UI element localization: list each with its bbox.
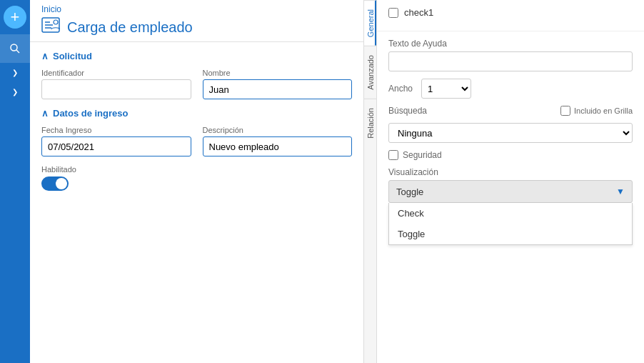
datos-label: Datos de ingreso [53, 108, 128, 119]
texto-ayuda-group: Texto de Ayuda [388, 39, 633, 79]
identificador-input[interactable] [41, 79, 191, 99]
incluido-grilla-checkbox[interactable] [560, 106, 570, 116]
check1-row: check1 [377, 0, 644, 31]
sidebar-top: + [0, 0, 30, 34]
visualizacion-dropdown-menu: Check Toggle [388, 203, 633, 245]
right-panel: check1 Texto de Ayuda Ancho 1 2 3 Búsque… [376, 0, 644, 363]
tab-general[interactable]: General [364, 0, 376, 46]
check1-checkbox-row: check1 [388, 7, 633, 18]
sidebar-chevron-2[interactable]: ❯ [0, 82, 30, 101]
breadcrumb[interactable]: Inicio [41, 4, 352, 14]
form-area: ∧ Solicitud Identificador Nombre ∧ Datos… [30, 42, 363, 363]
seguridad-label: Seguridad [403, 150, 442, 160]
incluido-grilla-label: Incluido en Grilla [574, 106, 633, 115]
right-panel-fields: Texto de Ayuda Ancho 1 2 3 Búsqueda Incl… [377, 31, 644, 363]
solicitud-label: Solicitud [53, 51, 92, 61]
busqueda-select[interactable]: Ninguna Opción 1 Opción 2 [388, 123, 633, 143]
svg-point-0 [11, 44, 17, 51]
identificador-field: Identificador [41, 69, 191, 99]
ancho-label: Ancho [388, 84, 417, 94]
visualizacion-dropdown-container: Toggle ▼ Check Toggle [388, 180, 633, 203]
sidebar-chevron-1[interactable]: ❯ [0, 63, 30, 82]
habilitado-label: Habilitado [41, 165, 352, 174]
employee-icon [41, 17, 60, 37]
visualizacion-label: Visualización [388, 167, 633, 177]
check1-checkbox[interactable] [388, 8, 398, 18]
sidebar-item-search[interactable] [0, 34, 30, 63]
tabs-panel: General Avanzado Relación [363, 0, 376, 363]
seguridad-group: Seguridad [388, 150, 633, 160]
tab-relacion[interactable]: Relación [364, 99, 376, 147]
dropdown-item-check[interactable]: Check [389, 203, 632, 224]
svg-line-1 [16, 50, 19, 53]
datos-section-header[interactable]: ∧ Datos de ingreso [41, 108, 352, 119]
descripcion-field: Descripción [203, 126, 353, 156]
habilitado-toggle[interactable] [41, 176, 69, 191]
main-content: Inicio Carga de empleado ∧ Solicitud [30, 0, 363, 363]
texto-ayuda-label: Texto de Ayuda [388, 39, 633, 49]
texto-ayuda-input[interactable] [388, 51, 633, 71]
toggle-knob [56, 178, 67, 189]
datos-form-row: Fecha Ingreso Descripción [41, 126, 352, 156]
busqueda-group: Búsqueda Incluido en Grilla Ninguna Opci… [388, 106, 633, 150]
visualizacion-dropdown-toggle[interactable]: Toggle ▼ [388, 180, 633, 203]
search-icon [9, 43, 21, 54]
incluido-grilla-row: Incluido en Grilla [560, 106, 633, 116]
identificador-label: Identificador [41, 69, 191, 77]
fecha-field: Fecha Ingreso [41, 126, 191, 156]
page-title-row: Carga de empleado [41, 17, 352, 37]
dropdown-item-toggle[interactable]: Toggle [389, 224, 632, 244]
nombre-input[interactable] [203, 79, 353, 99]
descripcion-label: Descripción [203, 126, 353, 134]
ancho-select[interactable]: 1 2 3 [421, 79, 471, 99]
solicitud-form-row: Identificador Nombre [41, 69, 352, 99]
sidebar: + ❯ ❯ [0, 0, 30, 363]
check1-label: check1 [404, 7, 433, 18]
seguridad-checkbox[interactable] [388, 150, 398, 160]
visualizacion-selected-value: Toggle [396, 187, 423, 197]
add-button[interactable]: + [4, 6, 26, 29]
tab-avanzado[interactable]: Avanzado [364, 46, 376, 99]
svg-point-6 [54, 20, 58, 24]
descripcion-input[interactable] [203, 136, 353, 156]
solicitud-section-header[interactable]: ∧ Solicitud [41, 51, 352, 61]
datos-chevron: ∧ [41, 108, 49, 119]
employee-form-icon [41, 17, 60, 33]
habilitado-container: Habilitado [41, 165, 352, 191]
header: Inicio Carga de empleado [30, 0, 363, 42]
visualizacion-group: Visualización Toggle ▼ Check Toggle [388, 167, 633, 203]
nombre-label: Nombre [203, 69, 353, 77]
solicitud-chevron: ∧ [41, 51, 49, 61]
dropdown-arrow-icon: ▼ [616, 187, 625, 197]
busqueda-label: Búsqueda [388, 106, 427, 116]
ancho-group: Ancho 1 2 3 [388, 79, 633, 99]
fecha-input[interactable] [41, 136, 191, 156]
busqueda-header-row: Búsqueda Incluido en Grilla [388, 106, 633, 116]
fecha-label: Fecha Ingreso [41, 126, 191, 134]
nombre-field: Nombre [203, 69, 353, 99]
page-title: Carga de empleado [67, 19, 193, 36]
